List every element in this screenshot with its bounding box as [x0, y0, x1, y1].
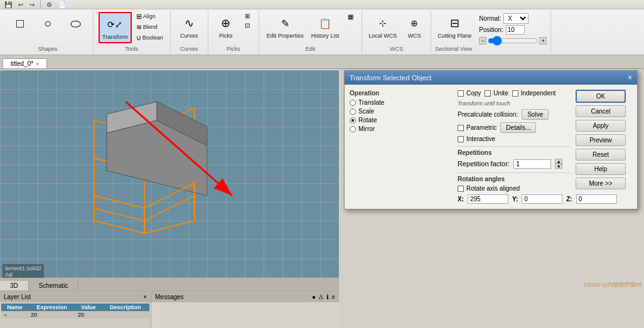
col-name: Name	[1, 304, 28, 311]
picks-btn[interactable]: ⊕ Picks	[213, 12, 239, 41]
rotate-axis-checkbox[interactable]: Rotate axis aligned	[458, 185, 571, 192]
preview-btn[interactable]: Preview	[576, 134, 626, 146]
picks-sub-btn2[interactable]: ⊡	[241, 21, 254, 29]
picks-sub-btn1[interactable]: ⊞	[241, 12, 254, 20]
row-name: −	[1, 311, 28, 319]
viewport: lement1:solid2 rial al cond.	[0, 70, 339, 290]
edit-group: ✎ Edit Properties 📋 History List ▦ Edit	[259, 11, 363, 53]
dialog-title-bar: Transform Selected Object ×	[345, 71, 637, 85]
radio-mirror-label: Mirror	[358, 125, 375, 132]
more-btn[interactable]: More >>	[576, 177, 626, 189]
shapes-btn1[interactable]: □	[8, 12, 33, 34]
shapes-group: □ ○ ⬭ Shapes	[3, 11, 94, 53]
msg-icon-list: ≡	[331, 294, 335, 300]
shapes-items: □ ○ ⬭	[8, 12, 88, 45]
rotate-axis-checkbox-box	[458, 186, 464, 192]
radio-translate[interactable]: Translate	[350, 99, 453, 106]
layer-list-content: Name Expression Value Description − 20 2…	[0, 302, 151, 328]
normal-select[interactable]: XYZ	[503, 13, 529, 24]
spin-up-btn[interactable]: ▲	[555, 159, 562, 164]
edit-props-btn[interactable]: ✎ Edit Properties	[264, 12, 306, 41]
apply-btn[interactable]: Apply	[576, 120, 626, 132]
slider-plus-btn[interactable]: +	[539, 37, 547, 45]
redo-btn[interactable]: ↪	[28, 1, 36, 9]
curves-group-label: Curves	[180, 45, 198, 52]
tab-bar: titled_0* ×	[0, 55, 644, 69]
shapes-btn3[interactable]: ⬭	[63, 12, 88, 34]
tools-items: ⟳⤢ Transform ⊞ Align ≋ Blend ∪ Boolean	[99, 12, 165, 45]
wcs-items: ⊹ Local WCS ⊕ WCS	[366, 12, 427, 41]
boolean-label: Boolean	[142, 35, 163, 41]
wcs-btn[interactable]: ⊕ WCS	[402, 12, 427, 41]
blend-label: Blend	[143, 24, 158, 31]
cancel-btn[interactable]: Cancel	[576, 105, 626, 117]
x-input[interactable]	[468, 194, 508, 204]
reset-btn[interactable]: Reset	[576, 149, 626, 161]
picks-label: Picks	[219, 33, 233, 40]
local-wcs-label: Local WCS	[368, 33, 397, 40]
rep-factor-label: Repetition factor:	[458, 160, 510, 167]
edit-sub-btn[interactable]: ▦	[344, 12, 357, 21]
solve-btn[interactable]: Solve	[522, 109, 549, 120]
blend-btn[interactable]: ≋ Blend	[134, 23, 165, 32]
tab-close-btn[interactable]: ×	[36, 61, 39, 67]
radio-rotate-circle	[350, 117, 356, 124]
unite-checkbox[interactable]: Unite	[485, 90, 508, 97]
help-btn[interactable]: Help	[576, 163, 626, 175]
cutting-plane-btn[interactable]: ⊟ Cutting Plane	[435, 12, 474, 41]
unite-label: Unite	[493, 90, 508, 97]
independent-checkbox-box	[512, 90, 518, 97]
viewport-tab[interactable]: titled_0* ×	[3, 58, 47, 68]
material-info: rial	[5, 272, 41, 278]
ribbon-main: □ ○ ⬭ Shapes ⟳⤢ Transform ⊞	[0, 9, 644, 55]
radio-rotate[interactable]: Rotate	[350, 117, 453, 124]
align-btn[interactable]: ⊞ Align	[134, 12, 165, 21]
row-val: 20	[75, 311, 102, 319]
y-input[interactable]	[522, 194, 562, 204]
details-btn[interactable]: Details...	[500, 122, 536, 133]
copy-checkbox[interactable]: Copy	[458, 90, 481, 97]
spin-buttons: ▲ ▼	[555, 159, 562, 169]
qab-btn2[interactable]: 📄	[56, 1, 68, 9]
ok-btn[interactable]: OK	[576, 90, 626, 103]
tab-schematic[interactable]: Schematic	[29, 281, 79, 290]
edit-props-label: Edit Properties	[267, 33, 304, 40]
curves-btn[interactable]: ∿ Curves	[176, 12, 201, 41]
spin-down-btn[interactable]: ▼	[555, 164, 562, 169]
transform-btn[interactable]: ⟳⤢ Transform	[99, 12, 132, 43]
undo-btn[interactable]: ↩	[16, 1, 25, 9]
parametric-checkbox[interactable]: Parametric	[458, 124, 496, 131]
picks-sub-icon2: ⊡	[245, 22, 250, 29]
picks-group: ⊕ Picks ⊞ ⊡ Picks	[208, 11, 259, 53]
history-btn[interactable]: 📋 History List	[309, 12, 342, 41]
wcs-label: WCS	[408, 33, 421, 40]
qab-btn1[interactable]: ⚙	[45, 1, 54, 9]
position-input[interactable]	[506, 25, 525, 34]
edit-group-label: Edit	[306, 45, 316, 52]
rep-input[interactable]	[513, 159, 551, 169]
slider-minus-btn[interactable]: −	[479, 37, 486, 45]
dialog-close-btn[interactable]: ×	[628, 73, 632, 82]
wcs-group-label: WCS	[390, 45, 403, 52]
tab-3d[interactable]: 3D	[0, 281, 29, 290]
save-btn[interactable]: 💾	[3, 1, 14, 9]
independent-checkbox[interactable]: Independent	[512, 90, 556, 97]
3d-object	[69, 95, 232, 258]
dialog-title-label: Transform Selected Object	[350, 74, 431, 82]
cutting-plane-icon: ⊟	[444, 13, 464, 33]
radio-scale[interactable]: Scale	[350, 108, 453, 115]
position-slider[interactable]	[488, 38, 538, 44]
msg-icon-warn: ⚠	[318, 294, 324, 300]
shapes-btn2[interactable]: ○	[35, 12, 60, 34]
col-expr: Expression	[28, 304, 75, 311]
radio-mirror[interactable]: Mirror	[350, 125, 453, 132]
interactive-checkbox[interactable]: Interactive	[458, 135, 495, 142]
boolean-btn[interactable]: ∪ Boolean	[134, 33, 165, 43]
layer-list-close[interactable]: ×	[143, 294, 147, 300]
dialog-right: OK Cancel Apply Preview Reset Help More …	[576, 90, 632, 204]
transform-icon: ⟳⤢	[105, 14, 125, 34]
cube-icon: □	[10, 13, 30, 33]
component-info: lement1:solid2	[5, 265, 41, 272]
local-wcs-btn[interactable]: ⊹ Local WCS	[366, 12, 399, 41]
radio-mirror-circle	[350, 126, 356, 132]
